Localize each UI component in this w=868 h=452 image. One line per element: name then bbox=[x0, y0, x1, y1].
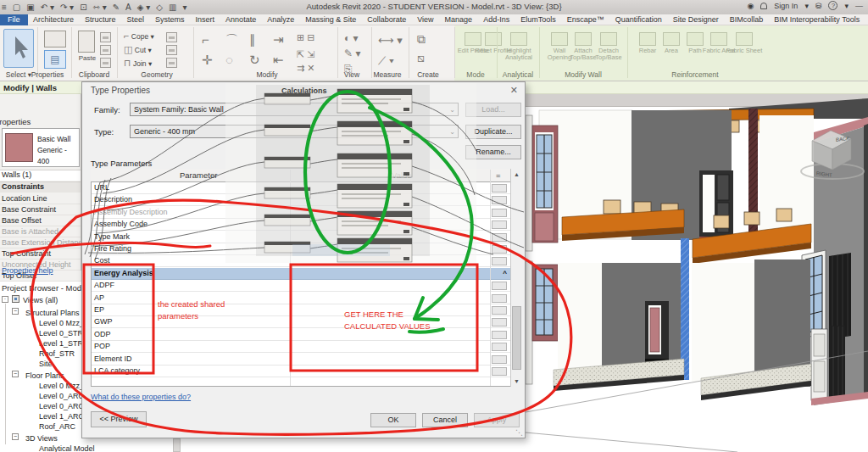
formula-button[interactable] bbox=[492, 209, 507, 217]
3d-view[interactable]: RIGHT BACK bbox=[526, 81, 868, 452]
preview-button[interactable]: << Preview bbox=[91, 411, 147, 427]
scroll-down-icon[interactable]: ▼ bbox=[511, 376, 522, 387]
tab-collaborate[interactable]: Collaborate bbox=[362, 15, 412, 24]
param-row-gwp[interactable]: GWP bbox=[92, 316, 510, 328]
scroll-thumb[interactable] bbox=[512, 306, 521, 370]
tree-item-level1-str[interactable]: Level 1_STR bbox=[39, 339, 83, 348]
tab-systems[interactable]: Systems bbox=[150, 15, 191, 24]
tab-bimcollab[interactable]: BIMcollab bbox=[724, 15, 769, 24]
modify-tool-button[interactable] bbox=[3, 29, 34, 68]
panel-caption-measure[interactable]: Measure bbox=[366, 70, 409, 79]
tree-collapse-floor-plans[interactable]: − bbox=[12, 371, 19, 377]
tab-bim-interop[interactable]: BIM Interoperability Tools bbox=[769, 15, 865, 24]
param-row-description[interactable]: Description bbox=[92, 194, 510, 206]
group-collapse-icon[interactable]: ^ bbox=[503, 268, 507, 279]
rename-button[interactable]: Rename... bbox=[465, 145, 521, 159]
formula-button[interactable] bbox=[492, 257, 507, 265]
fabric-sheet-button[interactable]: Fabric Sheet bbox=[726, 32, 763, 54]
constraints-group-header[interactable]: Constraints bbox=[0, 181, 81, 193]
panel-caption-properties[interactable]: Properties bbox=[24, 70, 71, 79]
property-row-base-is-attached[interactable]: Base is Attached bbox=[0, 226, 81, 237]
tab-insert[interactable]: Insert bbox=[190, 15, 220, 24]
tree-item-roof-arc[interactable]: Roof_ARC bbox=[39, 422, 75, 431]
tree-item-analytical-model[interactable]: Analytical Model bbox=[39, 444, 95, 452]
offset-icon[interactable]: ⌒ bbox=[225, 32, 238, 48]
formula-button[interactable] bbox=[492, 233, 507, 242]
project-browser-scrollbar[interactable] bbox=[173, 438, 181, 452]
tab-architecture[interactable]: Architecture bbox=[28, 15, 80, 24]
tab-add-ins[interactable]: Add-Ins bbox=[478, 15, 515, 24]
sign-in-caret-icon[interactable]: ▾ bbox=[804, 2, 809, 10]
trim-icon[interactable]: ⇥ bbox=[273, 32, 284, 47]
tab-analyze[interactable]: Analyze bbox=[262, 15, 300, 24]
tree-collapse-structural-plans[interactable]: − bbox=[12, 308, 19, 315]
property-row-location-line[interactable]: Location Line bbox=[0, 193, 81, 204]
tree-item-level0-str[interactable]: Level 0_STR bbox=[39, 329, 83, 338]
properties-toggle-icon[interactable]: ▤ bbox=[44, 50, 66, 69]
cope-button[interactable]: ⌐ Cope ▾ bbox=[124, 31, 154, 41]
panel-caption-reinforcement[interactable]: Reinforcement bbox=[653, 70, 737, 79]
view-light-icon[interactable]: ◐ ▾ bbox=[344, 32, 359, 44]
paste-label[interactable]: Paste bbox=[76, 54, 98, 62]
formula-button[interactable] bbox=[492, 294, 507, 303]
tab-structure[interactable]: Structure bbox=[80, 15, 122, 24]
tree-collapse-views[interactable]: · bbox=[2, 296, 8, 303]
param-row-adpf[interactable]: ADPF bbox=[92, 280, 510, 292]
property-row-base-extension[interactable]: Base Extension Distance bbox=[0, 237, 81, 248]
panel-caption-analytical[interactable]: Analytical bbox=[497, 70, 539, 79]
cancel-button[interactable]: Cancel bbox=[422, 413, 468, 427]
tree-section-floor-plans[interactable]: Floor Plans bbox=[25, 371, 64, 380]
mirror-icon[interactable]: ∥ bbox=[249, 32, 256, 47]
cut-geometry-button[interactable]: ◫ Cut ▾ bbox=[124, 44, 152, 55]
type-selector[interactable]: Basic Wall Generic - 400 bbox=[2, 128, 80, 167]
formula-button[interactable] bbox=[492, 331, 507, 339]
help-caret-icon[interactable]: ▾ bbox=[844, 2, 849, 10]
dialog-close-icon[interactable]: ✕ bbox=[510, 85, 518, 96]
tree-item-level1-arc[interactable]: Level 1_ARC bbox=[39, 412, 84, 421]
property-row-top-constraint[interactable]: Top Constraint bbox=[0, 248, 81, 259]
create-similar-icon[interactable]: ⧅ bbox=[417, 51, 425, 65]
formula-button[interactable] bbox=[492, 355, 507, 364]
sign-in-button[interactable]: Sign In bbox=[774, 2, 798, 10]
panel-caption-modify-wall[interactable]: Modify Wall bbox=[549, 70, 617, 79]
match-properties-icon[interactable] bbox=[100, 56, 111, 71]
apply-button[interactable]: Apply bbox=[474, 413, 520, 427]
panel-caption-mode[interactable]: Mode bbox=[454, 70, 497, 79]
tree-item-site[interactable]: Site bbox=[39, 360, 53, 368]
formula-button[interactable] bbox=[492, 367, 507, 376]
duplicate-button[interactable]: Duplicate... bbox=[465, 125, 521, 139]
tab-steel[interactable]: Steel bbox=[121, 15, 150, 24]
pin-icon[interactable]: ⇉ ✕ bbox=[297, 63, 315, 74]
tree-collapse-3d-views[interactable]: − bbox=[12, 433, 19, 440]
formula-button[interactable] bbox=[492, 282, 507, 290]
properties-palette-icon[interactable] bbox=[44, 31, 66, 47]
formula-button[interactable] bbox=[492, 343, 507, 351]
param-row-cost[interactable]: Cost bbox=[92, 255, 510, 267]
tab-enscape[interactable]: Enscape™ bbox=[561, 15, 609, 24]
param-row-element-id[interactable]: Element ID bbox=[92, 354, 510, 366]
minimize-button[interactable]: — bbox=[855, 2, 863, 10]
search-icon[interactable]: ◉ bbox=[748, 2, 754, 10]
join-button[interactable]: ⊓ Join ▾ bbox=[124, 58, 152, 69]
dialog-help-link[interactable]: What do these properties do? bbox=[91, 393, 191, 401]
load-button[interactable]: Load... bbox=[465, 103, 521, 117]
measure-angle-icon[interactable]: ⟋ ▾ bbox=[378, 54, 394, 68]
move-icon[interactable]: ✛ bbox=[202, 53, 213, 68]
family-combobox[interactable]: System Family: Basic Wall⌄ bbox=[130, 103, 459, 116]
param-row-assembly-code[interactable]: Assembly Code bbox=[92, 219, 510, 231]
tree-section-structural-plans[interactable]: Structural Plans bbox=[25, 309, 80, 317]
tab-quantification[interactable]: Quantification bbox=[609, 15, 667, 24]
property-row-base-offset[interactable]: Base Offset bbox=[0, 215, 81, 226]
property-row-base-constraint[interactable]: Base Constraint bbox=[0, 204, 81, 215]
tree-item-roof-str[interactable]: Roof_STR bbox=[39, 349, 75, 358]
formula-button[interactable] bbox=[492, 318, 507, 326]
tab-annotate[interactable]: Annotate bbox=[220, 15, 262, 24]
param-row-odp[interactable]: ODP bbox=[92, 329, 510, 341]
tree-section-3d-views[interactable]: 3D Views bbox=[25, 434, 58, 443]
highlight-analytical-button[interactable]: Highlight Analytical bbox=[500, 32, 537, 61]
param-row-type-mark[interactable]: Type Mark bbox=[92, 232, 510, 243]
scroll-up-icon[interactable]: ▲ bbox=[511, 169, 522, 180]
formula-button[interactable] bbox=[492, 184, 507, 193]
tab-view[interactable]: View bbox=[412, 15, 439, 24]
scale-icon[interactable]: ⇱ ⇲ bbox=[297, 49, 315, 60]
